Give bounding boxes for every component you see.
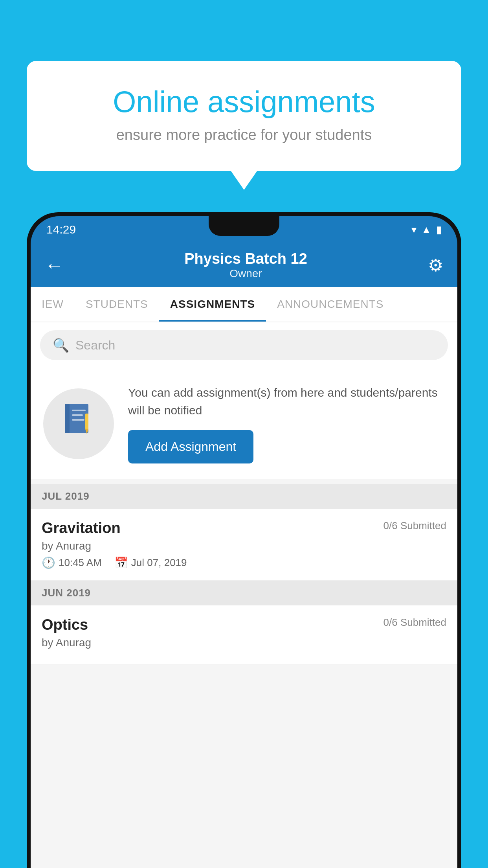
assignment-row1-optics: Optics 0/6 Submitted: [42, 616, 446, 633]
clock-icon: 🕐: [42, 556, 55, 569]
search-placeholder: Search: [75, 338, 115, 353]
speech-bubble-subtitle: ensure more practice for your students: [58, 127, 430, 143]
notebook-icon: [61, 402, 96, 445]
svg-rect-4: [72, 419, 84, 421]
info-card: You can add assignment(s) from here and …: [31, 368, 457, 479]
info-card-right: You can add assignment(s) from here and …: [128, 384, 445, 463]
status-time: 14:29: [46, 223, 76, 236]
meta-date: 📅 Jul 07, 2019: [114, 556, 187, 569]
content-area: 🔍 Search: [31, 322, 457, 868]
section-month-label-2: JUN 2019: [42, 587, 91, 599]
svg-rect-3: [72, 414, 83, 416]
assignment-row1: Gravitation 0/6 Submitted: [42, 520, 446, 537]
settings-button[interactable]: ⚙: [428, 255, 443, 275]
back-button[interactable]: ←: [45, 254, 64, 276]
speech-bubble-title: Online assignments: [58, 85, 430, 119]
assignment-date: Jul 07, 2019: [131, 557, 187, 569]
section-jul-2019: JUL 2019: [31, 484, 457, 509]
meta-time: 🕐 10:45 AM: [42, 556, 102, 569]
search-icon: 🔍: [53, 337, 69, 353]
assignment-by-optics: by Anurag: [42, 636, 446, 649]
section-jun-2019: JUN 2019: [31, 581, 457, 605]
status-bar: 14:29 ▾ ▲ ▮: [31, 216, 457, 243]
header-subtitle: Owner: [64, 267, 428, 280]
info-card-text: You can add assignment(s) from here and …: [128, 384, 445, 419]
assignment-meta: 🕐 10:45 AM 📅 Jul 07, 2019: [42, 556, 446, 569]
assignment-title-optics: Optics: [42, 616, 88, 633]
speech-bubble: Online assignments ensure more practice …: [27, 61, 461, 171]
section-month-label: JUL 2019: [42, 490, 90, 502]
app-header: ← Physics Batch 12 Owner ⚙: [31, 243, 457, 287]
assignment-item-optics[interactable]: Optics 0/6 Submitted by Anurag: [31, 605, 457, 664]
assignment-by: by Anurag: [42, 540, 446, 552]
submitted-badge: 0/6 Submitted: [383, 520, 446, 532]
assignment-time: 10:45 AM: [59, 557, 102, 569]
speech-bubble-container: Online assignments ensure more practice …: [27, 61, 461, 171]
tab-students[interactable]: STUDENTS: [75, 287, 159, 322]
search-bar-wrapper: 🔍 Search: [31, 322, 457, 368]
svg-rect-2: [72, 410, 86, 411]
svg-rect-1: [65, 404, 70, 433]
svg-rect-5: [85, 414, 88, 429]
signal-icon: ▲: [421, 224, 431, 236]
search-bar[interactable]: 🔍 Search: [40, 330, 448, 360]
notch: [209, 216, 279, 236]
submitted-badge-optics: 0/6 Submitted: [383, 616, 446, 629]
phone-inner: 14:29 ▾ ▲ ▮ ← Physics Batch 12 Owner ⚙: [31, 216, 457, 868]
status-icons: ▾ ▲ ▮: [411, 224, 442, 236]
wifi-icon: ▾: [411, 224, 416, 236]
tab-announcements[interactable]: ANNOUNCEMENTS: [266, 287, 394, 322]
assignment-item-gravitation[interactable]: Gravitation 0/6 Submitted by Anurag 🕐 10…: [31, 509, 457, 581]
battery-icon: ▮: [436, 224, 442, 236]
tab-assignments[interactable]: ASSIGNMENTS: [159, 287, 266, 322]
header-center: Physics Batch 12 Owner: [64, 250, 428, 280]
assignment-title: Gravitation: [42, 520, 121, 537]
header-title: Physics Batch 12: [64, 250, 428, 267]
assignment-icon-circle: [43, 388, 114, 459]
add-assignment-button[interactable]: Add Assignment: [128, 430, 253, 463]
tab-iew[interactable]: IEW: [31, 287, 75, 322]
phone-frame: 14:29 ▾ ▲ ▮ ← Physics Batch 12 Owner ⚙: [27, 212, 461, 868]
calendar-icon: 📅: [114, 556, 128, 569]
tabs-bar: IEW STUDENTS ASSIGNMENTS ANNOUNCEMENTS: [31, 287, 457, 322]
